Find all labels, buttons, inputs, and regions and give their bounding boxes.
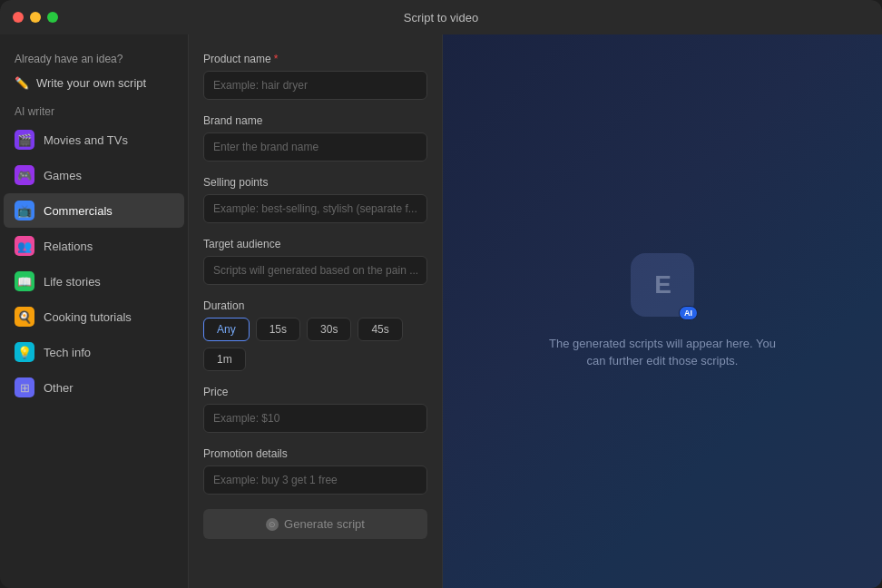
sidebar-item-label-movies: Movies and TVs <box>44 133 128 147</box>
product-name-input[interactable] <box>203 71 427 100</box>
required-star: * <box>274 53 279 65</box>
promotion-label: Promotion details <box>203 447 427 460</box>
target-audience-group: Target audience <box>203 238 427 285</box>
duration-btn-Any[interactable]: Any <box>203 318 250 341</box>
duration-btn-1m[interactable]: 1m <box>203 348 246 371</box>
ai-badge: AI <box>679 306 698 320</box>
maximize-button[interactable] <box>47 12 58 23</box>
sidebar-item-label-relations: Relations <box>44 240 93 253</box>
commercials-icon: 📺 <box>15 201 34 220</box>
duration-label: Duration <box>203 299 427 312</box>
duration-btn-45s[interactable]: 45s <box>358 318 402 341</box>
preview-logo: E AI <box>631 253 694 317</box>
cooking-icon: 🍳 <box>15 307 34 327</box>
traffic-lights <box>13 12 58 23</box>
product-name-label: Product name * <box>203 53 427 65</box>
sidebar-item-games[interactable]: 🎮Games <box>4 158 184 192</box>
promotion-input[interactable] <box>203 466 427 495</box>
promotion-group: Promotion details <box>203 447 427 495</box>
movies-icon: 🎬 <box>15 130 34 150</box>
sidebar-item-tech[interactable]: 💡Tech info <box>4 335 184 369</box>
brand-name-group: Brand name <box>203 114 427 162</box>
selling-points-input[interactable] <box>203 194 427 223</box>
sidebar-item-cooking[interactable]: 🍳Cooking tutorials <box>4 299 184 334</box>
sidebar-item-movies[interactable]: 🎬Movies and TVs <box>4 122 184 157</box>
selling-points-label: Selling points <box>203 176 427 189</box>
sidebar: Already have an idea? ✏️ Write your own … <box>0 34 189 588</box>
duration-buttons: Any15s30s45s1m <box>203 318 427 371</box>
product-name-group: Product name * <box>203 53 427 100</box>
target-audience-input[interactable] <box>203 256 427 285</box>
generate-script-button[interactable]: ⊙ Generate script <box>203 509 427 539</box>
preview-logo-bg: E AI <box>631 253 694 317</box>
sidebar-item-label-cooking: Cooking tutorials <box>44 310 132 324</box>
write-your-own-label: Write your own script <box>36 76 146 90</box>
sidebar-item-life-stories[interactable]: 📖Life stories <box>4 264 184 299</box>
generate-btn-label: Generate script <box>284 517 365 531</box>
brand-name-input[interactable] <box>203 132 427 162</box>
pencil-icon: ✏️ <box>15 75 29 90</box>
app-body: Already have an idea? ✏️ Write your own … <box>0 34 882 588</box>
tech-icon: 💡 <box>15 342 34 362</box>
selling-points-group: Selling points <box>203 176 427 223</box>
minimize-button[interactable] <box>30 12 41 23</box>
generate-icon: ⊙ <box>266 518 279 531</box>
form-panel: Product name * Brand name Selling points… <box>189 34 443 588</box>
already-have-idea-header: Already have an idea? <box>0 47 188 69</box>
price-group: Price <box>203 386 427 433</box>
write-your-own-button[interactable]: ✏️ Write your own script <box>0 69 188 96</box>
window-title: Script to video <box>404 11 478 24</box>
sidebar-item-label-tech: Tech info <box>44 346 91 359</box>
preview-description: The generated scripts will appear here. … <box>544 335 780 370</box>
sidebar-item-label-games: Games <box>44 169 82 182</box>
duration-btn-15s[interactable]: 15s <box>256 318 300 341</box>
relations-icon: 👥 <box>15 236 34 256</box>
titlebar: Script to video <box>0 0 882 34</box>
brand-name-label: Brand name <box>203 114 427 127</box>
sidebar-item-relations[interactable]: 👥Relations <box>4 229 184 263</box>
sidebar-item-other[interactable]: ⊞Other <box>4 370 184 405</box>
price-label: Price <box>203 386 427 398</box>
duration-group: Duration Any15s30s45s1m <box>203 299 427 371</box>
duration-btn-30s[interactable]: 30s <box>307 318 351 341</box>
target-audience-label: Target audience <box>203 238 427 250</box>
close-button[interactable] <box>13 12 24 23</box>
sidebar-item-label-other: Other <box>44 381 74 395</box>
preview-logo-text: E <box>654 270 671 299</box>
games-icon: 🎮 <box>15 165 34 185</box>
other-icon: ⊞ <box>15 377 34 397</box>
main-content: Product name * Brand name Selling points… <box>189 34 882 588</box>
sidebar-items-list: 🎬Movies and TVs🎮Games📺Commercials👥Relati… <box>0 122 188 405</box>
sidebar-item-commercials[interactable]: 📺Commercials <box>4 193 184 228</box>
price-input[interactable] <box>203 404 427 433</box>
sidebar-item-label-life-stories: Life stories <box>44 275 101 289</box>
ai-writer-label: AI writer <box>0 96 188 122</box>
sidebar-item-label-commercials: Commercials <box>44 204 113 218</box>
life-stories-icon: 📖 <box>15 271 34 291</box>
preview-panel: E AI The generated scripts will appear h… <box>443 34 882 588</box>
